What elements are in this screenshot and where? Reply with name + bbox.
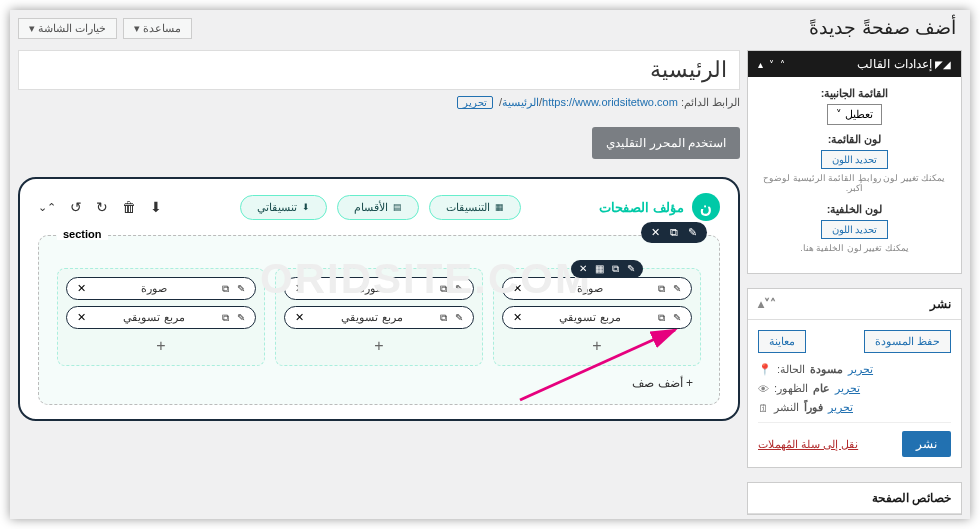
panel-title: خصائص الصفحة — [872, 491, 951, 505]
builder-column: ✎⧉ صورة ✕ ✎⧉ مربع تسويقي ✕ + — [275, 268, 483, 366]
screen-options-button[interactable]: خيارات الشاشة ▾ — [18, 18, 117, 39]
builder-column: ✎⧉ صورة ✕ ✎⧉ مربع تسويقي ✕ + — [493, 268, 701, 366]
element-image[interactable]: ✎⧉ صورة ✕ — [502, 277, 692, 300]
permalink-row: الرابط الدائم: https://www.oridsitetwo.c… — [18, 96, 740, 109]
builder-title: مؤلف الصفحات — [599, 200, 684, 215]
sidebar-select[interactable]: تعطيل ˅ — [827, 104, 882, 125]
section-copy-icon[interactable]: ⧉ — [670, 226, 678, 239]
row-close-icon[interactable]: ✕ — [579, 263, 587, 275]
tab-formats[interactable]: ▦التنسيقات — [429, 195, 521, 220]
element-textbox[interactable]: ✎⧉ مربع تسويقي ✕ — [502, 306, 692, 329]
section-toolbar: ✎ ⧉ ✕ — [641, 222, 707, 243]
page-builder: ن مؤلف الصفحات ▦التنسيقات ▤الأقسام ⬇تنسي… — [18, 177, 740, 421]
add-element-button[interactable]: + — [502, 335, 692, 357]
elem-copy-icon[interactable]: ⧉ — [222, 312, 229, 324]
add-element-button[interactable]: + — [66, 335, 256, 357]
theme-settings-panel: ◢◤ إعدادات القالب ˄˅▴ القائمة الجانبية: … — [747, 50, 962, 274]
add-row-button[interactable]: + أضف صف — [57, 376, 701, 390]
grid-icon: ▦ — [495, 202, 504, 212]
row-copy-icon[interactable]: ⧉ — [612, 263, 619, 275]
hint-text: يمكنك تغيير لون روابط القائمة الرئيسية ل… — [758, 173, 951, 193]
panel-up-icon[interactable]: ˄ — [770, 297, 776, 311]
section-edit-icon[interactable]: ✎ — [688, 226, 697, 239]
sidebar-field-label: القائمة الجانبية: — [758, 87, 951, 100]
preview-button[interactable]: معاينة — [758, 330, 806, 353]
redo-icon[interactable]: ↻ — [96, 199, 108, 215]
elem-copy-icon[interactable]: ⧉ — [658, 283, 665, 295]
builder-logo-icon: ن — [692, 193, 720, 221]
elem-close-icon[interactable]: ✕ — [295, 311, 304, 324]
elem-close-icon[interactable]: ✕ — [77, 282, 86, 295]
panel-up-icon[interactable]: ˄ — [780, 59, 785, 70]
elem-copy-icon[interactable]: ⧉ — [222, 283, 229, 295]
element-textbox[interactable]: ✎⧉ مربع تسويقي ✕ — [66, 306, 256, 329]
menu-color-button[interactable]: تحديد اللون — [821, 150, 889, 169]
builder-column: ✎⧉ صورة ✕ ✎⧉ مربع تسويقي ✕ + — [57, 268, 265, 366]
download-icon[interactable]: ⬇ — [150, 199, 162, 215]
bg-color-label: لون الخلفية: — [758, 203, 951, 216]
elem-edit-icon[interactable]: ✎ — [237, 283, 245, 295]
element-textbox[interactable]: ✎⧉ مربع تسويقي ✕ — [284, 306, 474, 329]
section-label: section — [57, 228, 108, 240]
publish-button[interactable]: نشر — [902, 431, 951, 457]
page-heading: أضف صفحةً جديدةً — [809, 16, 956, 39]
bg-color-button[interactable]: تحديد اللون — [821, 220, 889, 239]
elem-close-icon[interactable]: ✕ — [77, 311, 86, 324]
menu-color-label: لون القائمة: — [758, 133, 951, 146]
pin-icon: 📍 — [758, 363, 772, 376]
page-attributes-panel: خصائص الصفحة — [747, 482, 962, 515]
section-close-icon[interactable]: ✕ — [651, 226, 660, 239]
panel-title: نشر — [930, 297, 951, 311]
visibility-edit-link[interactable]: تحرير — [835, 382, 860, 395]
publish-panel: نشر ˄˅▴ حفظ المسودة معاينة تحرير مسودة ا… — [747, 288, 962, 468]
save-draft-button[interactable]: حفظ المسودة — [864, 330, 951, 353]
element-image[interactable]: ✎⧉ صورة ✕ — [284, 277, 474, 300]
eye-icon: 👁 — [758, 383, 769, 395]
move-to-trash-link[interactable]: نقل إلى سلة المُهملات — [758, 438, 858, 451]
calendar-icon: 🗓 — [758, 402, 769, 414]
row-toolbar: ✎ ⧉ ▦ ✕ — [571, 260, 643, 278]
elem-edit-icon[interactable]: ✎ — [455, 312, 463, 324]
elem-close-icon[interactable]: ✕ — [513, 311, 522, 324]
classic-editor-button[interactable]: استخدم المحرر التقليدي — [592, 127, 740, 159]
save-icon: ⬇ — [302, 202, 310, 212]
panel-down-icon[interactable]: ˅ — [769, 59, 774, 70]
permalink-label: الرابط الدائم: — [681, 96, 740, 108]
panel-toggle-icon[interactable]: ▴ — [758, 59, 763, 70]
elem-copy-icon[interactable]: ⧉ — [658, 312, 665, 324]
elem-copy-icon[interactable]: ⧉ — [440, 283, 447, 295]
elem-close-icon[interactable]: ✕ — [513, 282, 522, 295]
permalink-base[interactable]: https://www.oridsitetwo.com — [542, 96, 678, 108]
elem-edit-icon[interactable]: ✎ — [455, 283, 463, 295]
permalink-edit-button[interactable]: تحرير — [457, 96, 493, 109]
elem-edit-icon[interactable]: ✎ — [673, 312, 681, 324]
schedule-edit-link[interactable]: تحرير — [828, 401, 853, 414]
elem-edit-icon[interactable]: ✎ — [673, 283, 681, 295]
element-image[interactable]: ✎⧉ صورة ✕ — [66, 277, 256, 300]
add-element-button[interactable]: + — [284, 335, 474, 357]
collapse-icon[interactable]: ⌃⌄ — [38, 201, 56, 214]
tab-sections[interactable]: ▤الأقسام — [337, 195, 419, 220]
elem-edit-icon[interactable]: ✎ — [237, 312, 245, 324]
panel-title: ◢◤ إعدادات القالب — [857, 57, 951, 71]
trash-icon[interactable]: 🗑 — [122, 199, 136, 215]
elem-copy-icon[interactable]: ⧉ — [440, 312, 447, 324]
row-edit-icon[interactable]: ✎ — [627, 263, 635, 275]
elem-close-icon[interactable]: ✕ — [295, 282, 304, 295]
help-button[interactable]: مساعدة ▾ — [123, 18, 192, 39]
page-title-input[interactable] — [18, 50, 740, 90]
status-edit-link[interactable]: تحرير — [848, 363, 873, 376]
layers-icon: ▤ — [393, 202, 402, 212]
undo-icon[interactable]: ↺ — [70, 199, 82, 215]
tab-my-formats[interactable]: ⬇تنسيقاتي — [240, 195, 327, 220]
hint-text: يمكنك تغيير لون الخلفية هنا. — [758, 243, 951, 253]
permalink-slug[interactable]: الرئيسية — [502, 96, 539, 108]
builder-section: section ✎ ⧉ ✕ ✎ ⧉ ▦ ✕ ✎⧉ صورة — [38, 235, 720, 405]
row-columns-icon[interactable]: ▦ — [595, 263, 604, 275]
